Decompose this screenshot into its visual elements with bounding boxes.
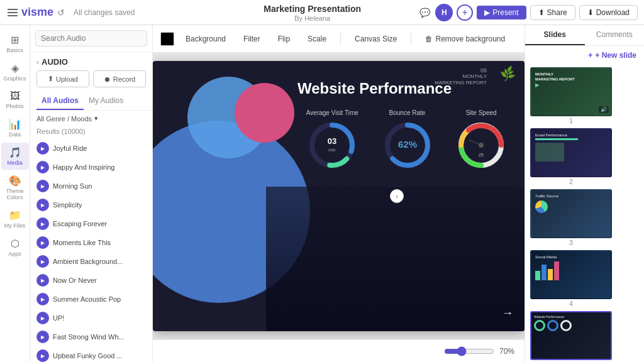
- avatar[interactable]: H: [435, 4, 453, 21]
- slide-thumb-image[interactable]: Website Performance: [530, 311, 612, 360]
- undo-button[interactable]: ↺: [57, 8, 65, 18]
- play-button[interactable]: ▶: [36, 142, 49, 155]
- play-button[interactable]: ▶: [36, 331, 49, 343]
- sidebar-item-photos[interactable]: 🖼 Photos: [1, 87, 29, 113]
- menu-icon[interactable]: [6, 6, 19, 19]
- basics-icon: ⊞: [11, 34, 19, 46]
- play-button[interactable]: ▶: [36, 293, 49, 305]
- play-button[interactable]: ▶: [36, 161, 49, 173]
- metrics-row: Average Visit Time 03 min Bounce: [297, 109, 515, 170]
- audio-item[interactable]: ▶ UP!: [34, 309, 148, 327]
- slide-main-content: Website Performance Average Visit Time 0…: [297, 80, 515, 170]
- audio-name: Escaping Forever: [53, 220, 107, 228]
- play-button[interactable]: ▶: [36, 180, 49, 192]
- sidebar-item-apps[interactable]: ⬡ Apps: [1, 234, 29, 261]
- slide-number-label: 3: [569, 239, 573, 246]
- audio-item[interactable]: ▶ Happy And Inspiring: [34, 158, 148, 177]
- basics-label: Basics: [6, 47, 23, 53]
- audio-item[interactable]: ▶ Upbeat Funky Good ...: [34, 346, 148, 362]
- canvas-wrapper[interactable]: 05 MONTHLYMARKETING REPORT 🌿 Website Per…: [153, 53, 525, 339]
- background-color-swatch[interactable]: [160, 32, 174, 46]
- upload-button[interactable]: ⬆ Upload: [36, 70, 89, 87]
- genre-filter-dropdown[interactable]: All Genre / Moods ▾: [36, 114, 98, 123]
- audio-back-button[interactable]: ‹: [36, 58, 39, 67]
- play-button[interactable]: ▶: [36, 236, 49, 249]
- panel-collapse-button[interactable]: ›: [390, 189, 404, 203]
- canvas-slide[interactable]: 05 MONTHLYMARKETING REPORT 🌿 Website Per…: [153, 61, 525, 331]
- svg-text:03: 03: [328, 136, 336, 146]
- slide-thumb-image[interactable]: MONTHLYMARKETING REPORT▶ 🔊: [530, 67, 612, 116]
- my-files-label: My Files: [4, 222, 26, 229]
- audio-item[interactable]: ▶ Joyful Ride: [34, 139, 148, 158]
- sidebar-item-data[interactable]: 📊 Data: [1, 114, 29, 141]
- separator: [411, 33, 411, 45]
- background-button[interactable]: Background: [179, 32, 232, 46]
- remove-background-button[interactable]: 🗑 Remove background: [419, 32, 511, 46]
- slide-thumbnail[interactable]: MONTHLYMARKETING REPORT▶ 🔊 1: [530, 67, 639, 124]
- new-slide-button[interactable]: + + New slide: [588, 51, 636, 60]
- sidebar-item-my-files[interactable]: 📁 My Files: [1, 206, 29, 233]
- audio-item[interactable]: ▶ Now Or Never: [34, 271, 148, 290]
- download-button[interactable]: ⬇ Download: [579, 5, 638, 20]
- graphics-icon: ◈: [11, 62, 19, 74]
- slides-list: MONTHLYMARKETING REPORT▶ 🔊 1 Email Perfo…: [525, 65, 644, 362]
- add-collaborator-button[interactable]: +: [457, 4, 473, 21]
- audio-item[interactable]: ▶ Ambient Background...: [34, 252, 148, 271]
- tab-slides[interactable]: Slides: [525, 25, 585, 45]
- slide-thumb-image[interactable]: Email Performance: [530, 128, 612, 177]
- present-icon: ▶: [484, 8, 490, 17]
- tab-comments[interactable]: Comments: [585, 25, 645, 45]
- present-button[interactable]: ▶ Present: [477, 6, 526, 19]
- slide-thumb-wrapper: Social Media 4: [530, 250, 612, 307]
- presentation-title: Marketing Presentation: [264, 4, 361, 14]
- play-button[interactable]: ▶: [36, 349, 49, 362]
- audio-item[interactable]: ▶ Simplicity: [34, 195, 148, 214]
- audio-item[interactable]: ▶ Escaping Forever: [34, 214, 148, 233]
- flip-button[interactable]: Flip: [272, 32, 296, 46]
- share-label: Share: [547, 8, 567, 17]
- slide-thumb-image[interactable]: Social Media: [530, 250, 612, 299]
- slide-thumbnail[interactable]: Email Performance 2: [530, 128, 639, 185]
- tab-all-audios[interactable]: All Audios: [36, 92, 84, 110]
- sidebar-item-theme-colors[interactable]: 🎨 Theme Colors: [1, 171, 29, 204]
- slide-thumb-wrapper: Website Performance 5: [530, 311, 612, 362]
- scale-button[interactable]: Scale: [301, 32, 333, 46]
- audio-item[interactable]: ▶ Summer Acoustic Pop: [34, 290, 148, 309]
- audio-name: Joyful Ride: [53, 145, 87, 152]
- audio-item[interactable]: ▶ Morning Sun: [34, 177, 148, 195]
- svg-text:min: min: [329, 148, 336, 152]
- trash-icon: 🗑: [425, 35, 433, 43]
- sidebar-icons: ⊞ Basics ◈ Graphics 🖼 Photos 📊 Data 🎵 Me…: [0, 25, 30, 362]
- metric-bounce-rate: Bounce Rate 62%: [382, 109, 433, 170]
- audio-item[interactable]: ▶ Fast Strong Wind Wh...: [34, 327, 148, 346]
- audio-item[interactable]: ▶ Moments Like This: [34, 233, 148, 252]
- slide-thumbnail[interactable]: Website Performance 5: [530, 311, 639, 362]
- audio-header: ‹ AUDIO: [30, 52, 152, 70]
- sidebar-item-basics[interactable]: ⊞ Basics: [1, 30, 29, 57]
- sidebar-item-media[interactable]: 🎵 Media: [1, 143, 29, 170]
- my-files-icon: 📁: [9, 209, 21, 221]
- filter-button[interactable]: Filter: [237, 32, 267, 46]
- svg-rect-0: [8, 9, 18, 10]
- play-button[interactable]: ▶: [36, 274, 49, 287]
- share-user-icon[interactable]: 💬: [418, 6, 431, 19]
- share-button[interactable]: ⬆ Share: [530, 5, 575, 20]
- sidebar-item-graphics[interactable]: ◈ Graphics: [1, 58, 29, 85]
- slide-thumb-image[interactable]: Traffic Source: [530, 189, 612, 238]
- play-button[interactable]: ▶: [36, 199, 49, 211]
- play-button[interactable]: ▶: [36, 255, 49, 268]
- slide-thumbnail[interactable]: Social Media 4: [530, 250, 639, 307]
- upload-label: Upload: [56, 75, 78, 83]
- record-icon: ⏺: [104, 75, 111, 83]
- slide-number: 05: [435, 67, 487, 74]
- search-input[interactable]: [35, 30, 147, 47]
- tab-my-audios[interactable]: My Audios: [84, 92, 128, 110]
- zoom-slider[interactable]: [444, 346, 494, 356]
- canvas-size-button[interactable]: Canvas Size: [348, 32, 403, 46]
- audio-name: Upbeat Funky Good ...: [53, 352, 123, 359]
- play-button[interactable]: ▶: [36, 217, 49, 230]
- play-button[interactable]: ▶: [36, 312, 49, 324]
- slide-thumbnail[interactable]: Traffic Source 3: [530, 189, 639, 246]
- record-button[interactable]: ⏺ Record: [93, 70, 146, 87]
- audio-name: Happy And Inspiring: [53, 163, 114, 171]
